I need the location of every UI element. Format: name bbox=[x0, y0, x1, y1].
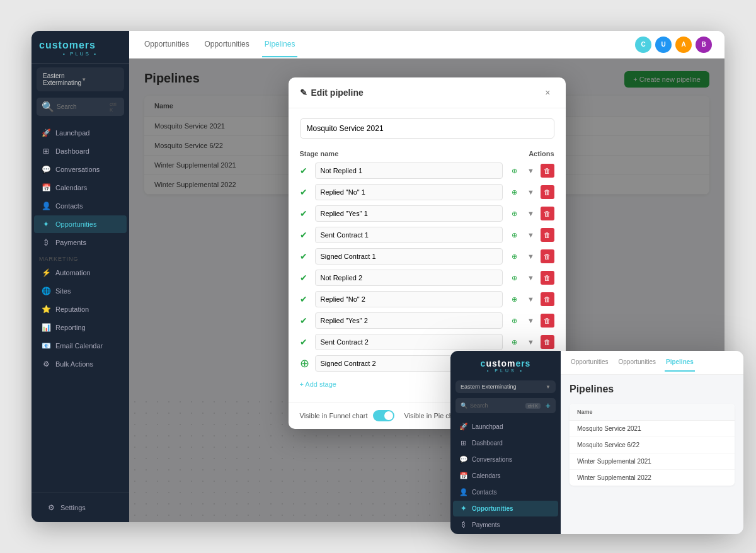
stage-filter-button[interactable]: ▼ bbox=[524, 271, 538, 285]
sidebar-item-calendars[interactable]: 📅 Calendars bbox=[34, 179, 127, 197]
funnel-chart-toggle[interactable] bbox=[373, 410, 394, 421]
mini-tab-pipelines[interactable]: Pipelines bbox=[665, 353, 695, 372]
sidebar-item-bulk-actions[interactable]: ⚙ Bulk Actions bbox=[34, 355, 127, 373]
stage-delete-button[interactable]: 🗑 bbox=[541, 185, 554, 199]
stage-actions: ⊕ ▼ 🗑 bbox=[508, 314, 554, 328]
stage-delete-button[interactable]: 🗑 bbox=[541, 228, 554, 242]
tab-opportunities-1[interactable]: Opportunities bbox=[142, 32, 192, 57]
mini-table-row[interactable]: Winter Supplemental 2021 bbox=[570, 453, 735, 470]
sidebar-item-launchpad[interactable]: 🚀 Launchpad bbox=[34, 124, 127, 142]
avatar-3: A bbox=[675, 37, 692, 53]
stage-delete-button[interactable]: 🗑 bbox=[541, 164, 554, 178]
stage-filter-button[interactable]: ▼ bbox=[524, 335, 538, 349]
mini-logo: customers • PLUS • bbox=[450, 351, 561, 378]
mini-nav-label: Opportunities bbox=[472, 505, 513, 512]
mini-nav-launchpad[interactable]: 🚀 Launchpad bbox=[453, 419, 558, 435]
modal-close-button[interactable]: × bbox=[541, 86, 554, 99]
stage-delete-button[interactable]: 🗑 bbox=[541, 207, 554, 220]
stage-add-button[interactable]: ⊕ bbox=[508, 314, 522, 328]
sidebar-account[interactable]: Eastern Exterminating ▼ bbox=[37, 67, 124, 91]
sidebar-item-contacts[interactable]: 👤 Contacts bbox=[34, 197, 127, 215]
stage-filter-button[interactable]: ▼ bbox=[524, 292, 538, 306]
contacts-icon: 👤 bbox=[42, 202, 50, 210]
stage-actions: ⊕ ▼ 🗑 bbox=[508, 185, 554, 199]
sidebar-item-email-calendar[interactable]: 📧 Email Calendar bbox=[34, 337, 127, 355]
mini-nav-payments[interactable]: ₿ Payments bbox=[453, 517, 558, 532]
stage-row: ✔ ⊕ ▼ 🗑 bbox=[300, 205, 554, 222]
tab-pipelines[interactable]: Pipelines bbox=[262, 32, 298, 57]
stage-name-input[interactable] bbox=[315, 334, 503, 350]
stage-add-button[interactable]: ⊕ bbox=[508, 249, 522, 263]
stage-filter-button[interactable]: ▼ bbox=[524, 207, 538, 220]
stage-filter-button[interactable]: ▼ bbox=[524, 185, 538, 199]
search-input[interactable] bbox=[57, 103, 107, 110]
stage-plus-icon: ⊕ bbox=[300, 356, 310, 370]
sidebar-item-sites[interactable]: 🌐 Sites bbox=[34, 282, 127, 300]
stage-name-input[interactable] bbox=[315, 291, 503, 307]
stage-name-input[interactable] bbox=[315, 184, 503, 200]
stage-filter-button[interactable]: ▼ bbox=[524, 164, 538, 178]
stage-name-input[interactable] bbox=[315, 162, 503, 179]
mini-table-row[interactable]: Mosquito Service 2021 bbox=[570, 421, 735, 437]
stage-add-button[interactable]: ⊕ bbox=[508, 271, 522, 285]
mini-table-row[interactable]: Winter Supplemental 2022 bbox=[570, 470, 735, 486]
stage-actions: ⊕ ▼ 🗑 bbox=[508, 228, 554, 242]
stage-name-input[interactable] bbox=[315, 227, 503, 243]
stage-filter-button[interactable]: ▼ bbox=[524, 314, 538, 328]
stage-add-button[interactable]: ⊕ bbox=[508, 185, 522, 199]
mini-account-selector[interactable]: Eastern Exterminating ▼ bbox=[455, 380, 556, 393]
mini-table-row[interactable]: Mosquito Service 6/22 bbox=[570, 437, 735, 453]
mini-search-add-icon[interactable]: + bbox=[546, 401, 551, 411]
mini-pipeline-table: Name Mosquito Service 2021 Mosquito Serv… bbox=[570, 404, 735, 486]
mini-tab-opportunities-1[interactable]: Opportunities bbox=[570, 353, 609, 372]
stage-delete-button[interactable]: 🗑 bbox=[541, 249, 554, 263]
stage-add-button[interactable]: ⊕ bbox=[508, 335, 522, 349]
payments-icon: ₿ bbox=[42, 238, 50, 247]
sidebar-logo: customers • PLUS • bbox=[32, 31, 129, 64]
stage-row: ✔ ⊕ ▼ 🗑 bbox=[300, 312, 554, 329]
add-stage-button[interactable]: + Add stage bbox=[300, 377, 336, 392]
stage-add-button[interactable]: ⊕ bbox=[508, 292, 522, 306]
mini-search-bar[interactable]: 🔍 Search ctrl K + bbox=[455, 398, 556, 413]
stage-name-input[interactable] bbox=[315, 205, 503, 222]
marketing-section: Marketing bbox=[32, 252, 129, 263]
pipeline-name-input[interactable] bbox=[300, 118, 554, 139]
stage-name-input[interactable] bbox=[315, 270, 503, 286]
stage-add-button[interactable]: ⊕ bbox=[508, 164, 522, 178]
funnel-chart-toggle-group: Visible in Funnel chart bbox=[300, 410, 394, 421]
mini-nav-dashboard[interactable]: ⊞ Dashboard bbox=[453, 435, 558, 451]
mini-nav-conversations[interactable]: 💬 Conversations bbox=[453, 452, 558, 467]
sidebar-item-dashboard[interactable]: ⊞ Dashboard bbox=[34, 142, 127, 160]
tab-opportunities-2[interactable]: Opportunities bbox=[202, 32, 251, 57]
stage-delete-button[interactable]: 🗑 bbox=[541, 271, 554, 285]
sidebar-bottom: ⚙ Settings bbox=[32, 493, 129, 522]
stage-name-input[interactable] bbox=[315, 248, 503, 265]
chevron-down-icon: ▼ bbox=[81, 77, 118, 83]
sidebar-item-reporting[interactable]: 📊 Reporting bbox=[34, 319, 127, 336]
stage-delete-button[interactable]: 🗑 bbox=[541, 292, 554, 306]
mini-tab-opportunities-2[interactable]: Opportunities bbox=[617, 353, 656, 372]
sidebar-search-bar[interactable]: 🔍 ctrl K bbox=[37, 98, 124, 116]
sidebar-item-automation[interactable]: ⚡ Automation bbox=[34, 264, 127, 282]
stage-add-button[interactable]: ⊕ bbox=[508, 207, 522, 220]
sidebar-item-payments[interactable]: ₿ Payments bbox=[34, 234, 127, 251]
stage-add-button[interactable]: ⊕ bbox=[508, 228, 522, 242]
stage-filter-button[interactable]: ▼ bbox=[524, 228, 538, 242]
mini-nav-opportunities[interactable]: ✦ Opportunities bbox=[453, 501, 558, 516]
stage-name-input[interactable] bbox=[315, 312, 503, 329]
mini-nav-contacts[interactable]: 👤 Contacts bbox=[453, 484, 558, 500]
mini-nav-calendars[interactable]: 📅 Calendars bbox=[453, 468, 558, 484]
sidebar-item-reputation[interactable]: ⭐ Reputation bbox=[34, 300, 127, 318]
mini-topbar: Opportunities Opportunities Pipelines bbox=[561, 351, 743, 375]
mini-nav-label: Conversations bbox=[472, 456, 512, 463]
sidebar-item-label: Dashboard bbox=[55, 147, 89, 155]
mini-table-header: Name bbox=[570, 404, 735, 421]
sidebar-item-settings[interactable]: ⚙ Settings bbox=[39, 499, 122, 516]
stage-delete-button[interactable]: 🗑 bbox=[541, 335, 554, 349]
sidebar-item-opportunities[interactable]: ✦ Opportunities bbox=[34, 215, 127, 233]
account-name: Eastern Exterminating bbox=[43, 72, 81, 86]
avatar-2: U bbox=[655, 37, 672, 53]
stage-delete-button[interactable]: 🗑 bbox=[541, 314, 554, 328]
sidebar-item-conversations[interactable]: 💬 Conversations bbox=[34, 161, 127, 178]
stage-filter-button[interactable]: ▼ bbox=[524, 249, 538, 263]
